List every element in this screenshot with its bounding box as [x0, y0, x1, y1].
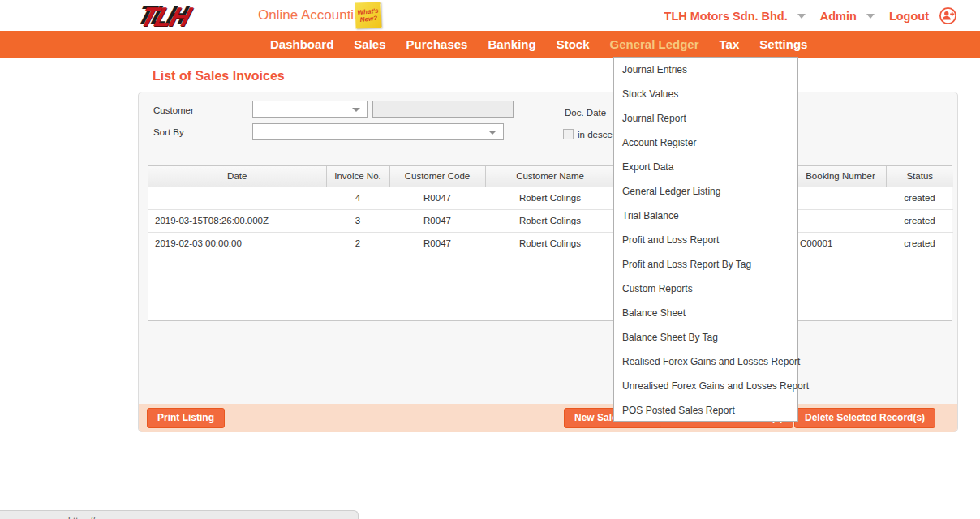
invoices-table: DateInvoice No.Customer CodeCustomer Nam…	[148, 166, 953, 255]
cell-status: created	[886, 187, 953, 209]
nav-item-purchases[interactable]: Purchases	[406, 37, 468, 51]
menu-item-stock-values[interactable]: Stock Values	[614, 82, 797, 106]
cell-customer-name: Robert Colings	[485, 232, 615, 255]
cell-date: 2019-03-15T08:26:00.000Z	[148, 209, 326, 232]
status-bar-text: https://...	[0, 516, 358, 519]
descending-checkbox[interactable]	[563, 129, 574, 139]
column-header-customer-name[interactable]: Customer Name	[485, 166, 615, 187]
column-header-booking-number[interactable]: Booking Number	[795, 166, 886, 187]
nav-item-banking[interactable]: Banking	[488, 37, 535, 51]
invoices-table-container: DateInvoice No.Customer CodeCustomer Nam…	[148, 165, 952, 321]
print-listing-button[interactable]: Print Listing	[147, 408, 225, 428]
logo-text: TLH	[136, 2, 194, 32]
footer-action-bar: Print Listing New Sales Invoice Print Se…	[139, 404, 957, 432]
title-divider	[138, 88, 958, 88]
nav-item-sales[interactable]: Sales	[354, 37, 385, 51]
nav-item-settings[interactable]: Settings	[759, 37, 807, 51]
cell-status: created	[886, 232, 953, 255]
cell-invoice-no: 3	[326, 209, 389, 232]
table-row[interactable]: 4R0047Robert Colingscreated	[148, 187, 953, 209]
menu-item-custom-reports[interactable]: Custom Reports	[614, 277, 797, 301]
cell-booking-number	[795, 209, 886, 232]
menu-item-pos-posted-sales-report[interactable]: POS Posted Sales Report	[614, 398, 797, 422]
nav-item-tax[interactable]: Tax	[720, 37, 740, 51]
menu-item-realised-forex-gains-and-losses-report[interactable]: Realised Forex Gains and Losses Report	[614, 350, 797, 374]
user-menu[interactable]: Admin	[820, 10, 857, 23]
cell-customer-name: Robert Colings	[485, 187, 615, 209]
nav-item-general-ledger[interactable]: General Ledger	[610, 37, 699, 51]
cell-status: created	[886, 209, 953, 232]
column-header-status[interactable]: Status	[886, 166, 953, 187]
page-title: List of Sales Invoices	[153, 69, 285, 84]
delete-selected-button[interactable]: Delete Selected Record(s)	[794, 408, 935, 428]
whats-new-label: What's New?	[357, 7, 380, 24]
menu-item-export-data[interactable]: Export Data	[614, 155, 797, 179]
cell-booking-number: C00001	[795, 232, 886, 255]
product-name: Online Accounting	[258, 7, 369, 24]
nav-item-dashboard[interactable]: Dashboard	[270, 37, 333, 51]
cell-date: 2019-02-03 00:00:00	[148, 232, 326, 255]
cell-invoice-no: 4	[326, 187, 389, 209]
cell-customer-name: Robert Colings	[485, 209, 615, 232]
account-area: TLH Motors Sdn. Bhd. Admin Logout	[664, 6, 957, 25]
cell-date	[148, 187, 326, 209]
customer-dropdown[interactable]	[252, 101, 368, 118]
column-header-customer-code[interactable]: Customer Code	[389, 166, 485, 187]
chevron-down-icon[interactable]	[797, 14, 806, 19]
table-header-row: DateInvoice No.Customer CodeCustomer Nam…	[148, 166, 953, 187]
chevron-down-icon	[352, 108, 360, 112]
sort-by-label: Sort By	[153, 127, 184, 137]
menu-item-account-register[interactable]: Account Register	[614, 131, 797, 155]
top-header: TLH TLH Online Accounting What's New? TL…	[0, 0, 980, 31]
company-selector[interactable]: TLH Motors Sdn. Bhd.	[664, 10, 788, 23]
sales-invoices-panel: Customer Doc. Date Sort By in descending…	[138, 92, 958, 432]
customer-label: Customer	[153, 105, 194, 115]
menu-item-unrealised-forex-gains-and-losses-report[interactable]: Unrealised Forex Gains and Losses Report	[614, 374, 797, 398]
nav-item-stock[interactable]: Stock	[557, 37, 590, 51]
sort-by-dropdown-value	[253, 127, 258, 137]
doc-date-label: Doc. Date	[565, 108, 606, 118]
menu-item-balance-sheet[interactable]: Balance Sheet	[614, 301, 797, 325]
column-header-invoice-no-[interactable]: Invoice No.	[326, 166, 389, 187]
menu-item-journal-report[interactable]: Journal Report	[614, 106, 797, 131]
menu-item-profit-and-loss-report[interactable]: Profit and Loss Report	[614, 228, 797, 252]
menu-item-profit-and-loss-report-by-tag[interactable]: Profit and Loss Report By Tag	[614, 252, 797, 277]
chevron-down-icon	[488, 131, 496, 135]
customer-dropdown-value	[253, 105, 258, 114]
general-ledger-menu: Journal EntriesStock ValuesJournal Repor…	[613, 57, 798, 422]
user-account-icon[interactable]	[939, 6, 957, 25]
company-logo: TLH TLH	[138, 0, 256, 31]
main-nav: DashboardSalesPurchasesBankingStockGener…	[0, 31, 980, 58]
column-header-date[interactable]: Date	[148, 166, 326, 187]
cell-invoice-no: 2	[326, 232, 389, 255]
menu-item-balance-sheet-by-tag[interactable]: Balance Sheet By Tag	[614, 325, 797, 350]
menu-item-general-ledger-listing[interactable]: General Ledger Listing	[614, 179, 797, 204]
table-row[interactable]: 2019-02-03 00:00:002R0047Robert ColingsC…	[148, 232, 953, 255]
cell-customer-code: R0047	[389, 187, 485, 209]
cell-customer-code: R0047	[389, 209, 485, 232]
chevron-down-icon[interactable]	[866, 14, 875, 19]
table-row[interactable]: 2019-03-15T08:26:00.000Z3R0047Robert Col…	[148, 209, 953, 232]
browser-status-bar: https://...	[0, 510, 359, 519]
logout-button[interactable]: Logout	[889, 10, 929, 23]
cell-booking-number	[795, 187, 886, 209]
cell-customer-code: R0047	[389, 232, 485, 255]
sort-by-dropdown[interactable]	[252, 123, 504, 140]
whats-new-note[interactable]: What's New?	[355, 2, 381, 28]
menu-item-journal-entries[interactable]: Journal Entries	[614, 58, 797, 82]
menu-item-trial-balance[interactable]: Trial Balance	[614, 204, 797, 228]
customer-text-input[interactable]	[372, 101, 514, 118]
